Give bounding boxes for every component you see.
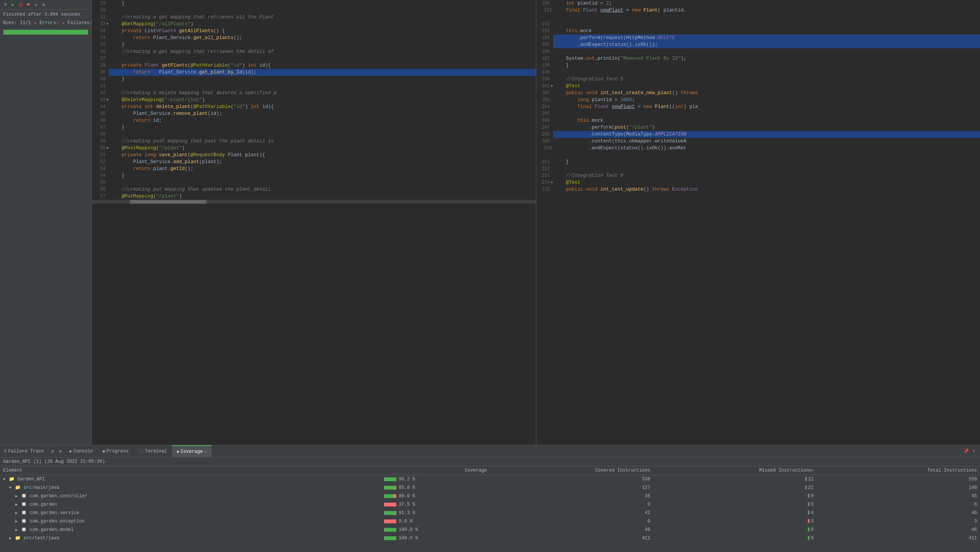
code-line: 44 private int delete_plant(@PathVariabl…	[92, 103, 536, 110]
line-number: 206	[536, 117, 553, 124]
coverage-header-bar: Garden_API (1) (26 Aug 2022 21:05:30)	[0, 457, 980, 466]
tab-coverage[interactable]: ◈ Coverage ✕	[172, 445, 212, 457]
rerun-icon[interactable]: ↺	[33, 2, 39, 8]
line-number: 211	[536, 158, 553, 165]
tree-toggle[interactable]: ▶	[15, 503, 18, 507]
element-name: com.garden.service	[29, 510, 79, 516]
line-content: public void int_test_update() throws Exc…	[553, 186, 980, 193]
cell-element: ▶ 🔲 com.garden.controller	[0, 492, 381, 500]
line-number: 195	[536, 41, 553, 48]
table-row[interactable]: ▶ 🔲 com.garden.service 91.3 % 42 4 46	[0, 509, 980, 517]
filter-icon[interactable]: ⊟	[50, 448, 56, 454]
code-line: 48	[92, 131, 536, 138]
tab-console[interactable]: ▶ Console	[65, 445, 98, 457]
line-content: long plantid = 1003;	[553, 96, 980, 103]
line-content: //creating a get mapping that retrieves …	[109, 14, 536, 21]
run-icon[interactable]: ▶	[10, 2, 16, 8]
line-number: 35	[92, 41, 109, 48]
tree-toggle[interactable]: ▼	[3, 477, 5, 482]
table-row[interactable]: ▶ 📁 src/test/java 100.0 % 411 0 411	[0, 534, 980, 542]
tree-toggle[interactable]: ▶	[9, 536, 11, 541]
line-number: 44	[92, 103, 109, 110]
line-content: @PutMapping("/plant")	[109, 193, 536, 200]
code-panel-left[interactable]: 29 } 30 31 //creating a get mapping that…	[92, 0, 536, 445]
cell-element: ▶ 🔲 com.garden.model	[0, 526, 381, 534]
coverage-pct: 100.0 %	[399, 527, 418, 532]
line-content: .andExpect(status().isOk()).andRet	[553, 145, 980, 152]
coverage-bar	[384, 511, 396, 515]
table-row[interactable]: ▼ 📁 src/main/java 85.8 % 127 21 148	[0, 483, 980, 492]
coverage-scroll[interactable]: Element Coverage Covered Instructions Mi…	[0, 466, 980, 552]
code-line: 212	[536, 165, 980, 172]
table-row[interactable]: ▶ 🔲 com.garden.exception 0.0 % 0 3 3	[0, 517, 980, 526]
debug-icon[interactable]: 🐞	[18, 2, 24, 8]
folder-icon: 🔲	[21, 510, 27, 516]
code-line: 199	[536, 69, 980, 76]
tab-terminal[interactable]: ⬛ Terminal	[133, 445, 172, 457]
tree-toggle[interactable]: ▶	[15, 511, 18, 515]
runs-label: Runs:	[3, 20, 17, 26]
line-number: 32	[92, 21, 109, 28]
line-content: }	[109, 76, 536, 83]
console-icon: ▶	[70, 449, 72, 454]
line-number: 204	[536, 103, 553, 110]
cell-coverage: 37.5 %	[381, 500, 490, 509]
coverage-icon: ◈	[177, 449, 179, 454]
line-number: 57	[92, 193, 109, 200]
cell-covered: 127	[490, 483, 653, 492]
col-missed[interactable]: Missed Instructions▼	[653, 466, 817, 475]
maximize-icon[interactable]: ⬆	[971, 448, 977, 454]
col-element[interactable]: Element	[0, 466, 381, 475]
table-row[interactable]: ▶ 🔲 com.garden.controller 80.0 % 36 9 45	[0, 492, 980, 500]
col-coverage[interactable]: Coverage	[381, 466, 490, 475]
progress-bar-container	[3, 29, 88, 35]
code-line: 192	[536, 21, 980, 28]
line-content: return Plant_Service.get_plant_by_Id(id)…	[109, 69, 536, 76]
coverage-session-label: Garden_API (1) (26 Aug 2022 21:05:30)	[3, 459, 105, 464]
line-content: Plant_Service.remove_plant(id);	[109, 110, 536, 117]
line-content: private long save_plant(@RequestBody Pla…	[109, 152, 536, 158]
toolbar: ≡ ▶ 🐞 ■ ↺ ⚙	[0, 0, 91, 10]
line-number: 49	[92, 138, 109, 145]
folder-icon: 📁	[9, 477, 15, 482]
line-content: public void int_test_create_new_plant() …	[553, 90, 980, 96]
table-row[interactable]: ▶ 🔲 com.garden 37.5 % 3 5 8	[0, 500, 980, 509]
line-content: @PostMapping("/plant")	[109, 145, 536, 152]
pin-icon[interactable]: 📌	[963, 448, 969, 454]
code-line: 196	[536, 48, 980, 55]
tree-toggle[interactable]: ▶	[15, 494, 18, 498]
code-line: 41	[92, 83, 536, 90]
line-number: 51	[92, 152, 109, 158]
tree-toggle[interactable]: ▶	[15, 528, 18, 532]
menu-icon[interactable]: ≡	[2, 2, 8, 8]
line-number: 197	[536, 55, 553, 62]
table-row[interactable]: ▼ 📁 Garden_API 96.2 % 538 21 559	[0, 475, 980, 483]
line-content: Plant_Service.add_plant(plant);	[109, 158, 536, 165]
tree-toggle[interactable]: ▼	[9, 486, 11, 490]
code-line: 53 return plant.getId();	[92, 165, 536, 172]
stop-icon[interactable]: ■	[25, 2, 31, 8]
line-content: //creating post mapping that post the pl…	[109, 138, 536, 145]
runs-error-icon: ✕	[34, 21, 37, 26]
code-line: 47 }	[92, 124, 536, 131]
settings-icon[interactable]: ⚙	[41, 2, 47, 8]
line-content: .contentType(MediaType.APPLICATION	[553, 131, 980, 138]
horizontal-scrollbar[interactable]	[92, 200, 536, 204]
folder-icon: 🔲	[21, 527, 27, 532]
tab-progress[interactable]: ◉ Progress	[98, 445, 133, 457]
cell-missed: 21	[653, 475, 817, 483]
col-total[interactable]: Total Instructions	[817, 466, 980, 475]
code-line: 209 .content(this.obmapper.writeValueA	[536, 138, 980, 145]
tree-toggle[interactable]: ▶	[15, 519, 18, 524]
code-panel-right[interactable]: 190 int plantid = 2; 🔧191 final Plant ne…	[536, 0, 980, 445]
coverage-tab-close[interactable]: ✕	[204, 449, 207, 454]
settings-icon[interactable]: ⚙	[57, 448, 63, 454]
cell-total: 148	[817, 483, 980, 492]
cell-total: 46	[817, 526, 980, 534]
col-covered[interactable]: Covered Instructions	[490, 466, 653, 475]
terminal-label: Terminal	[145, 449, 167, 454]
cell-coverage: 85.8 %	[381, 483, 490, 492]
cell-total: 411	[817, 534, 980, 542]
code-line: 56 //creating put mapping that updates t…	[92, 186, 536, 193]
table-row[interactable]: ▶ 🔲 com.garden.model 100.0 % 46 0 46	[0, 526, 980, 534]
